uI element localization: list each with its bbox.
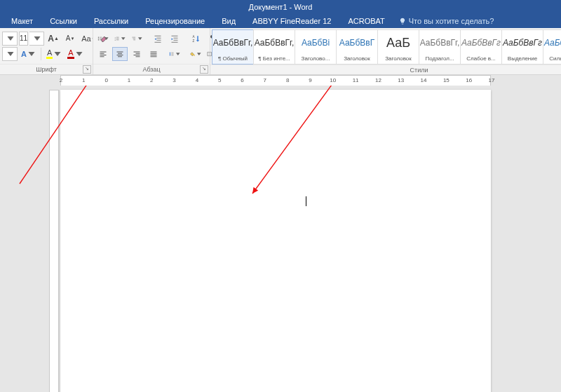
ruler-number: 15 (443, 77, 450, 83)
tab-references[interactable]: Ссылки (43, 14, 84, 28)
horizontal-ruler[interactable]: 2101234567891011121314151617 (0, 75, 561, 86)
document-page[interactable] (60, 90, 491, 392)
font-family-dropdown[interactable] (2, 32, 18, 46)
ruler-number: 1 (82, 77, 85, 83)
ruler-number: 8 (286, 77, 289, 83)
style-item-1[interactable]: АаБбВвГг,¶ Без инте... (253, 29, 295, 65)
svg-text:A: A (193, 35, 195, 39)
bullets-button[interactable] (95, 32, 111, 46)
multilevel-icon (131, 34, 137, 43)
indent-icon (170, 34, 179, 43)
font-color-button[interactable]: A (65, 47, 85, 61)
group-paragraph: 123 AZ ¶ (93, 28, 210, 74)
decrease-indent-button[interactable] (150, 32, 165, 46)
font-dropdown-button[interactable] (2, 47, 18, 61)
sort-button[interactable]: AZ (188, 32, 203, 46)
svg-text:3: 3 (114, 39, 116, 40)
ruler-number: 11 (353, 77, 359, 83)
align-center-button[interactable] (112, 47, 128, 61)
align-right-icon (133, 50, 141, 58)
align-center-icon (116, 50, 124, 58)
ruler-number: 14 (421, 77, 427, 83)
style-preview: АаБ (386, 30, 410, 55)
tab-abbyy[interactable]: ABBYY FineReader 12 (245, 14, 338, 28)
shading-button[interactable] (188, 47, 203, 61)
style-name-label: Заголовок (378, 55, 419, 64)
tell-me-box[interactable]: Что вы хотите сделать? (399, 17, 494, 25)
justify-button[interactable] (146, 47, 161, 61)
ruler-number: 3 (173, 77, 175, 83)
lightbulb-icon (399, 18, 406, 25)
ruler-number: 2 (60, 77, 62, 83)
ruler-number: 1 (128, 77, 130, 83)
style-name-label: Заголово... (295, 55, 336, 64)
svg-text:Z: Z (193, 39, 195, 42)
grow-font-button[interactable]: A▲ (46, 32, 61, 46)
style-name-label: Заголовок (337, 55, 377, 64)
line-spacing-button[interactable] (167, 47, 182, 61)
style-name-label: ¶ Без инте... (254, 55, 295, 64)
font-size-dropdown[interactable] (29, 32, 44, 46)
svg-point-8 (194, 54, 195, 55)
text-cursor (306, 196, 306, 206)
group-styles: АаБбВвГг,¶ ОбычныйАаБбВвГг,¶ Без инте...… (210, 28, 561, 74)
bullets-icon (97, 34, 103, 43)
change-case-button[interactable]: Aa (79, 32, 95, 46)
style-name-label: Слабое в... (461, 55, 501, 64)
numbering-icon: 123 (114, 34, 120, 43)
style-preview: АаБбВвГг (544, 30, 561, 55)
style-item-7[interactable]: АаБбВвГгВыделение (501, 29, 543, 65)
font-dialog-launcher[interactable]: ↘ (83, 65, 91, 74)
ruler-number: 10 (330, 77, 336, 83)
highlight-button[interactable]: A (44, 47, 64, 61)
ruler-number: 16 (466, 77, 472, 83)
font-size-box[interactable]: 11 (19, 32, 28, 46)
ribbon: 11 A▲ A▼ Aa A A A Шрифт (0, 28, 561, 75)
style-item-5[interactable]: АаБбВвГг,Подзагол... (419, 29, 461, 65)
ruler-number: 5 (218, 77, 221, 83)
group-paragraph-label: Абзац ↘ (93, 64, 210, 74)
svg-point-0 (98, 36, 99, 37)
title-bar: Документ1 - Word (0, 0, 561, 14)
style-preview: АаБбВі (302, 30, 330, 55)
styles-gallery: АаБбВвГг,¶ ОбычныйАаБбВвГг,¶ Без инте...… (210, 28, 561, 65)
multilevel-button[interactable] (129, 32, 144, 46)
ruler-number: 2 (150, 77, 153, 83)
style-item-3[interactable]: АаБбВвГЗаголовок (336, 29, 378, 65)
ruler-number: 4 (196, 77, 198, 83)
style-preview: АаБбВвГ (339, 30, 374, 55)
text-effects-button[interactable]: A (19, 47, 38, 61)
style-item-2[interactable]: АаБбВіЗаголово... (295, 29, 337, 65)
align-right-button[interactable] (129, 47, 144, 61)
style-preview: АаБбВвГг, (213, 30, 253, 55)
justify-icon (149, 50, 158, 58)
align-left-button[interactable] (95, 47, 111, 61)
tab-layout[interactable]: Макет (4, 14, 40, 28)
sort-icon: AZ (191, 34, 200, 43)
tab-mailings[interactable]: Рассылки (87, 14, 135, 28)
svg-point-1 (98, 38, 99, 39)
ruler-number: 9 (309, 77, 311, 83)
ruler-number: 17 (489, 77, 495, 83)
style-name-label: Выделение (502, 55, 543, 64)
ruler-number: 12 (375, 77, 381, 83)
numbering-button[interactable]: 123 (112, 32, 128, 46)
shrink-font-button[interactable]: A▼ (62, 32, 78, 46)
para-dialog-launcher[interactable]: ↘ (200, 65, 208, 74)
increase-indent-button[interactable] (167, 32, 182, 46)
ruler-number: 7 (264, 77, 266, 83)
style-preview: АаБбВвГг, (420, 30, 460, 55)
tell-me-label: Что вы хотите сделать? (409, 17, 494, 25)
tab-view[interactable]: Вид (215, 14, 243, 28)
ruler-number: 0 (104, 77, 107, 83)
style-item-4[interactable]: АаБЗаголовок (377, 29, 419, 65)
style-item-6[interactable]: АаБбВвГгСлабое в... (460, 29, 502, 65)
tab-review[interactable]: Рецензирование (138, 14, 212, 28)
vertical-ruler[interactable] (49, 90, 59, 392)
document-area (0, 86, 561, 392)
bucket-icon (190, 50, 196, 58)
tab-acrobat[interactable]: ACROBAT (341, 14, 391, 28)
style-item-0[interactable]: АаБбВвГг,¶ Обычный (212, 29, 254, 65)
style-item-8[interactable]: АаБбВвГгСильное ... (543, 29, 561, 65)
svg-point-2 (98, 39, 99, 40)
